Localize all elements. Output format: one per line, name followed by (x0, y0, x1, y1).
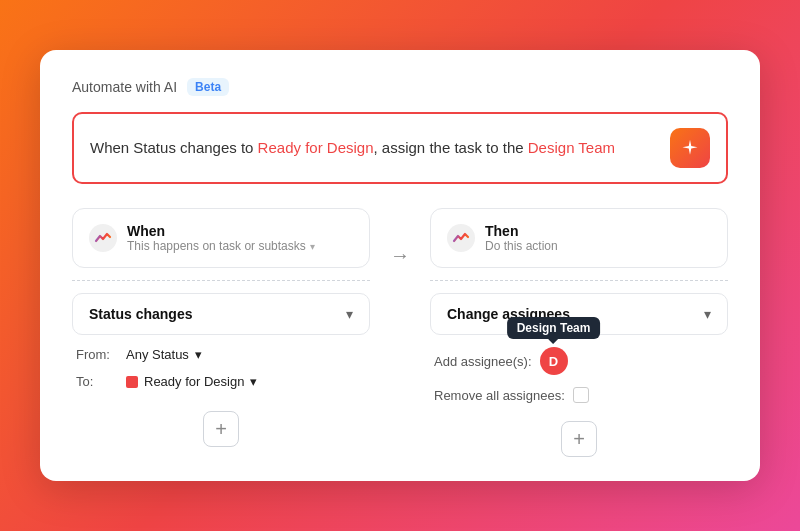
header: Automate with AI Beta (72, 78, 728, 96)
prompt-team-name: Design Team (528, 139, 615, 156)
when-block-header: When This happens on task or subtasks ▾ (89, 223, 353, 253)
when-title: When (127, 223, 353, 239)
arrow-separator: → (390, 208, 410, 267)
main-card: Automate with AI Beta When Status change… (40, 50, 760, 481)
columns-layout: When This happens on task or subtasks ▾ … (72, 208, 728, 457)
remove-all-checkbox[interactable] (573, 387, 589, 403)
from-value-dropdown[interactable]: Any Status ▾ (126, 347, 202, 362)
assignee-avatar[interactable]: D Design Team (540, 347, 568, 375)
prompt-status-name: Ready for Design (258, 139, 374, 156)
from-label: From: (76, 347, 116, 362)
prompt-text: When Status changes to Ready for Design,… (90, 137, 615, 160)
assignee-label: Add assignee(s): (434, 354, 532, 369)
change-assignees-chevron: ▾ (704, 306, 711, 322)
then-add-button[interactable]: + (561, 421, 597, 457)
when-add-button[interactable]: + (203, 411, 239, 447)
status-changes-label: Status changes (89, 306, 192, 322)
prompt-box: When Status changes to Ready for Design,… (72, 112, 728, 184)
remove-label: Remove all assignees: (434, 388, 565, 403)
from-value-text: Any Status (126, 347, 189, 362)
then-column: Then Do this action Change assignees ▾ A… (430, 208, 728, 457)
sparkle-icon (680, 138, 700, 158)
to-label: To: (76, 374, 116, 389)
sparkle-button[interactable] (670, 128, 710, 168)
beta-badge: Beta (187, 78, 229, 96)
when-divider (72, 280, 370, 281)
from-field-row: From: Any Status ▾ (72, 347, 370, 362)
avatar-letter: D (549, 354, 558, 369)
to-value-chevron: ▾ (250, 374, 257, 389)
to-value-text: Ready for Design (144, 374, 244, 389)
when-block-card: When This happens on task or subtasks ▾ (72, 208, 370, 268)
clickup-when-icon (89, 224, 117, 252)
prompt-text-before: When Status changes to (90, 139, 258, 156)
to-field-row: To: Ready for Design ▾ (72, 374, 370, 389)
change-assignees-dropdown[interactable]: Change assignees ▾ (430, 293, 728, 335)
when-subtitle: This happens on task or subtasks ▾ (127, 239, 353, 253)
prompt-text-middle: , assign the task to the (374, 139, 528, 156)
when-title-group: When This happens on task or subtasks ▾ (127, 223, 353, 253)
status-changes-chevron: ▾ (346, 306, 353, 322)
to-value-dropdown[interactable]: Ready for Design ▾ (126, 374, 257, 389)
status-changes-dropdown[interactable]: Status changes ▾ (72, 293, 370, 335)
status-dot (126, 376, 138, 388)
then-title: Then (485, 223, 711, 239)
from-value-chevron: ▾ (195, 347, 202, 362)
remove-row: Remove all assignees: (430, 387, 728, 403)
then-block-card: Then Do this action (430, 208, 728, 268)
when-column: When This happens on task or subtasks ▾ … (72, 208, 370, 447)
then-divider (430, 280, 728, 281)
clickup-then-icon (447, 224, 475, 252)
assignee-row: Add assignee(s): D Design Team (430, 347, 728, 375)
then-title-group: Then Do this action (485, 223, 711, 253)
then-subtitle: Do this action (485, 239, 711, 253)
change-assignees-label: Change assignees (447, 306, 570, 322)
when-add-button-row: + (72, 401, 370, 447)
header-title: Automate with AI (72, 79, 177, 95)
when-subtitle-chevron: ▾ (310, 241, 315, 252)
then-block-header: Then Do this action (447, 223, 711, 253)
then-add-button-row: + (430, 411, 728, 457)
